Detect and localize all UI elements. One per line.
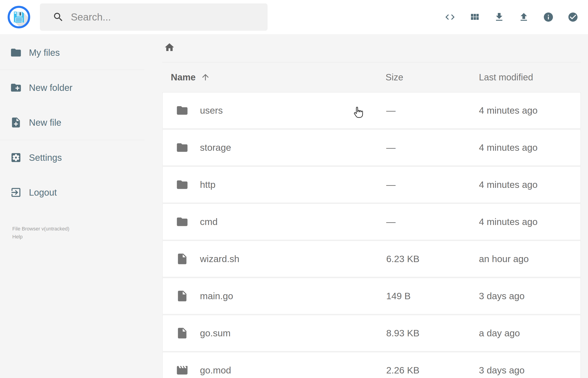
help-link[interactable]: Help bbox=[12, 234, 23, 240]
floppy-disk-icon bbox=[14, 12, 24, 23]
file-size: — bbox=[386, 105, 396, 116]
code-icon[interactable] bbox=[444, 12, 455, 23]
main-content: Name Size Last modified users — 4 minute… bbox=[162, 34, 581, 378]
file-name: go.mod bbox=[200, 365, 231, 376]
file-row-users[interactable]: users — 4 minutes ago bbox=[162, 92, 581, 129]
sidebar-divider bbox=[0, 70, 144, 70]
folder-icon bbox=[176, 178, 188, 191]
file-modified: 3 days ago bbox=[479, 291, 525, 301]
info-icon[interactable] bbox=[543, 12, 554, 23]
file-size: 6.23 KB bbox=[386, 254, 419, 264]
file-size: 149 B bbox=[386, 291, 411, 301]
file-name: cmd bbox=[200, 216, 217, 227]
file-name: users bbox=[200, 105, 223, 116]
file-name: http bbox=[200, 179, 215, 190]
create-new-folder-icon bbox=[10, 82, 22, 94]
sidebar-item-label: Logout bbox=[29, 188, 57, 198]
file-row-cmd[interactable]: cmd — 4 minutes ago bbox=[162, 203, 581, 240]
check-circle-icon[interactable] bbox=[567, 12, 578, 23]
file-name: storage bbox=[200, 142, 231, 153]
sidebar-item-settings[interactable]: Settings bbox=[0, 148, 144, 167]
note-add-icon bbox=[10, 117, 22, 128]
sidebar-item-my-files[interactable]: My files bbox=[0, 43, 144, 62]
file-row-storage[interactable]: storage — 4 minutes ago bbox=[162, 129, 581, 166]
breadcrumb-divider bbox=[162, 62, 581, 62]
column-header-name-label: Name bbox=[171, 72, 196, 82]
column-header-size[interactable]: Size bbox=[386, 72, 403, 83]
folder-icon bbox=[176, 141, 188, 154]
file-size: 8.93 KB bbox=[386, 328, 419, 339]
file-row-main-go[interactable]: main.go 149 B 3 days ago bbox=[162, 278, 581, 314]
file-size: — bbox=[386, 216, 396, 227]
movie-icon bbox=[176, 364, 188, 377]
folder-icon bbox=[10, 47, 22, 58]
upload-icon[interactable] bbox=[518, 12, 529, 23]
download-icon[interactable] bbox=[494, 12, 505, 23]
file-modified: an hour ago bbox=[479, 254, 529, 264]
arrow-up-icon bbox=[201, 72, 210, 82]
file-size: — bbox=[386, 142, 396, 153]
view-module-icon[interactable] bbox=[469, 12, 480, 23]
column-header-name[interactable]: Name bbox=[171, 72, 210, 83]
sidebar-item-label: New folder bbox=[29, 83, 72, 93]
sidebar-item-new-file[interactable]: New file bbox=[0, 113, 144, 132]
file-row-go-sum[interactable]: go.sum 8.93 KB a day ago bbox=[162, 315, 581, 351]
search-icon bbox=[53, 11, 64, 23]
folder-icon bbox=[176, 104, 188, 117]
sidebar: My files New folder New file Settings Lo… bbox=[0, 34, 144, 378]
home-icon bbox=[164, 42, 175, 53]
file-modified: 3 days ago bbox=[479, 365, 525, 376]
file-modified: a day ago bbox=[479, 328, 520, 339]
file-modified: 4 minutes ago bbox=[479, 179, 538, 190]
sidebar-item-label: My files bbox=[29, 48, 60, 58]
file-row-wizard-sh[interactable]: wizard.sh 6.23 KB an hour ago bbox=[162, 241, 581, 277]
sidebar-item-new-folder[interactable]: New folder bbox=[0, 79, 144, 97]
search-bar[interactable] bbox=[40, 3, 267, 31]
file-listing: users — 4 minutes ago storage — 4 minute… bbox=[162, 92, 581, 378]
column-header-modified[interactable]: Last modified bbox=[479, 72, 533, 83]
file-modified: 4 minutes ago bbox=[479, 216, 538, 227]
settings-icon bbox=[10, 152, 22, 163]
file-icon bbox=[176, 327, 188, 339]
file-name: wizard.sh bbox=[200, 254, 239, 264]
column-header-modified-label: Last modified bbox=[479, 72, 533, 82]
logout-icon bbox=[10, 187, 22, 198]
sidebar-divider bbox=[0, 140, 144, 140]
breadcrumb-home[interactable] bbox=[164, 42, 175, 53]
file-size: — bbox=[386, 179, 396, 190]
file-row-http[interactable]: http — 4 minutes ago bbox=[162, 166, 581, 203]
file-modified: 4 minutes ago bbox=[479, 142, 538, 153]
topbar-actions bbox=[431, 0, 578, 34]
folder-icon bbox=[176, 216, 188, 228]
sidebar-item-label: Settings bbox=[29, 153, 62, 163]
file-name: main.go bbox=[200, 291, 233, 301]
sidebar-item-label: New file bbox=[29, 118, 61, 128]
file-modified: 4 minutes ago bbox=[479, 105, 538, 116]
filebrowser-logo[interactable] bbox=[8, 6, 30, 28]
column-header-size-label: Size bbox=[386, 72, 403, 82]
file-name: go.sum bbox=[200, 328, 230, 339]
search-input[interactable] bbox=[71, 11, 258, 23]
file-row-go-mod[interactable]: go.mod 2.26 KB 3 days ago bbox=[162, 352, 581, 378]
file-size: 2.26 KB bbox=[386, 365, 419, 376]
version-text: File Browser v(untracked) bbox=[12, 226, 69, 232]
sidebar-item-logout[interactable]: Logout bbox=[0, 183, 144, 202]
file-icon bbox=[176, 253, 188, 265]
file-icon bbox=[176, 290, 188, 302]
topbar bbox=[0, 0, 588, 34]
